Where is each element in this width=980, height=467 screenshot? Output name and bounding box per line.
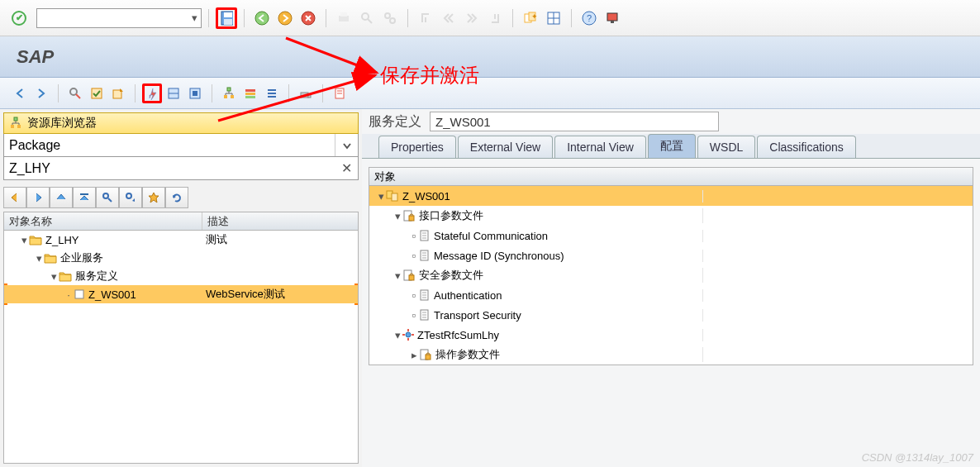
cfg-row[interactable]: ▾Z_WS001 xyxy=(369,186,973,206)
svg-rect-49 xyxy=(11,125,14,128)
separator xyxy=(571,9,572,27)
app-toolbar xyxy=(0,78,980,109)
activate-button[interactable] xyxy=(142,83,162,103)
find-icon[interactable] xyxy=(96,187,119,208)
hierarchy-icon[interactable] xyxy=(219,83,239,103)
nav-next-icon[interactable] xyxy=(26,187,50,208)
svg-rect-39 xyxy=(245,96,255,98)
where-used-icon[interactable] xyxy=(164,83,183,103)
nav-forward-icon[interactable] xyxy=(31,83,51,103)
svg-rect-2 xyxy=(224,19,232,25)
save-button[interactable] xyxy=(216,7,237,29)
toggle-icon[interactable]: ▾ xyxy=(376,190,386,203)
toggle-icon[interactable]: ▾ xyxy=(49,270,59,283)
separator xyxy=(212,84,212,102)
cancel-button[interactable] xyxy=(297,7,319,29)
toggle-icon[interactable]: ▾ xyxy=(392,210,402,222)
watermark: CSDN @1314lay_1007 xyxy=(862,451,973,464)
nav-stack-icon[interactable] xyxy=(240,83,260,103)
command-field[interactable]: ▾ xyxy=(36,8,202,28)
docu-icon[interactable] xyxy=(330,83,350,103)
tab-internal-view[interactable]: Internal View xyxy=(554,136,646,158)
transport-icon[interactable] xyxy=(296,83,316,103)
doc-icon xyxy=(419,289,431,301)
favorite-icon[interactable] xyxy=(142,187,165,208)
svg-rect-50 xyxy=(17,125,21,128)
exit-button[interactable] xyxy=(274,7,296,29)
tree-row[interactable]: ▾Z_LHY测试 xyxy=(4,231,358,249)
svg-rect-31 xyxy=(224,95,227,98)
display-edit-icon[interactable] xyxy=(65,83,85,103)
toggle-icon[interactable]: ▫ xyxy=(409,230,419,242)
nav-prev-icon[interactable] xyxy=(3,187,26,208)
cfg-row[interactable]: ▫Message ID (Synchronous) xyxy=(369,245,973,265)
gear-icon xyxy=(402,329,414,341)
toggle-icon[interactable]: ▾ xyxy=(392,329,402,341)
package-input[interactable] xyxy=(4,157,335,179)
left-pane: 资源库浏览器 ✕ 对象名称 描述 ▾Z_LHY测试▾企业服务▾服务定义·Z_WS… xyxy=(0,109,362,467)
svg-rect-37 xyxy=(245,89,255,92)
test-icon[interactable] xyxy=(185,83,205,103)
next-page-button xyxy=(461,7,483,29)
check-icon[interactable] xyxy=(87,83,107,103)
config-tree: 对象 ▾Z_WS001▾接口参数文件▫Stateful Communicatio… xyxy=(369,167,973,365)
cfg-row[interactable]: ▫Authentication xyxy=(369,285,973,305)
svg-point-10 xyxy=(385,13,390,18)
dropdown-icon[interactable] xyxy=(335,134,358,156)
toggle-icon[interactable]: ▾ xyxy=(19,234,29,246)
tree-row[interactable]: ▾服务定义 xyxy=(4,267,358,285)
toggle-icon[interactable]: · xyxy=(64,288,74,301)
prev-page-button xyxy=(438,7,459,29)
toggle-icon[interactable]: ▾ xyxy=(392,269,402,282)
svg-point-4 xyxy=(278,12,292,25)
svg-rect-21 xyxy=(611,21,614,23)
tab-配置[interactable]: 配置 xyxy=(648,134,696,158)
list-icon[interactable] xyxy=(262,83,282,103)
toggle-icon[interactable]: ▫ xyxy=(409,250,419,262)
tree-row[interactable]: ·Z_WS001WebService测试 xyxy=(4,285,358,303)
other-object-icon[interactable] xyxy=(108,83,128,103)
new-session-button[interactable]: ✦ xyxy=(520,7,541,29)
cfg-row[interactable]: ▾安全参数文件 xyxy=(369,265,973,285)
clear-icon[interactable]: ✕ xyxy=(335,157,358,179)
svg-rect-24 xyxy=(92,88,102,98)
tab-properties[interactable]: Properties xyxy=(378,136,456,158)
tab-wsdl[interactable]: WSDL xyxy=(697,136,755,158)
separator xyxy=(58,84,59,102)
service-name-input[interactable] xyxy=(430,112,719,131)
find-next-icon[interactable] xyxy=(119,187,142,208)
help-button[interactable]: ? xyxy=(578,7,600,29)
system-toolbar: ▾ ✦ ? xyxy=(0,0,980,36)
separator xyxy=(322,84,323,102)
svg-rect-88 xyxy=(426,355,431,360)
svg-rect-38 xyxy=(245,93,255,95)
ok-icon[interactable] xyxy=(12,11,26,26)
tab-external-view[interactable]: External View xyxy=(458,136,553,158)
cfg-row[interactable]: ▾ZTestRfcSumLhy xyxy=(369,325,973,345)
cfg-row[interactable]: ▫Stateful Communication xyxy=(369,226,973,245)
cfg-row[interactable]: ▸操作参数文件 xyxy=(369,345,973,365)
toggle-icon[interactable]: ▸ xyxy=(409,349,419,361)
toggle-icon[interactable]: ▾ xyxy=(34,252,44,264)
layout-button[interactable] xyxy=(543,7,564,29)
cfg-row[interactable]: ▾接口参数文件 xyxy=(369,206,973,226)
toggle-icon[interactable]: ▫ xyxy=(409,289,419,302)
cfg-row[interactable]: ▫Transport Security xyxy=(369,305,973,325)
nav-up-icon[interactable] xyxy=(50,187,73,208)
svg-rect-7 xyxy=(340,12,347,17)
back-button[interactable] xyxy=(251,7,273,29)
first-page-button xyxy=(415,7,436,29)
cfg-item-label: Message ID (Synchronous) xyxy=(434,250,564,262)
leaf-icon xyxy=(74,288,85,300)
nav-top-icon[interactable] xyxy=(73,187,96,208)
customize-button[interactable] xyxy=(602,7,623,29)
tree-row[interactable]: ▾企业服务 xyxy=(4,249,358,267)
tree-item-desc: WebService测试 xyxy=(202,287,358,302)
tab-classifications[interactable]: Classifications xyxy=(757,136,855,158)
object-type-input[interactable] xyxy=(4,134,335,156)
refresh-icon[interactable] xyxy=(165,187,188,208)
tree-item-label: Z_LHY xyxy=(45,234,78,246)
nav-back-icon[interactable] xyxy=(10,83,30,103)
svg-point-58 xyxy=(126,193,131,198)
toggle-icon[interactable]: ▫ xyxy=(409,309,419,322)
